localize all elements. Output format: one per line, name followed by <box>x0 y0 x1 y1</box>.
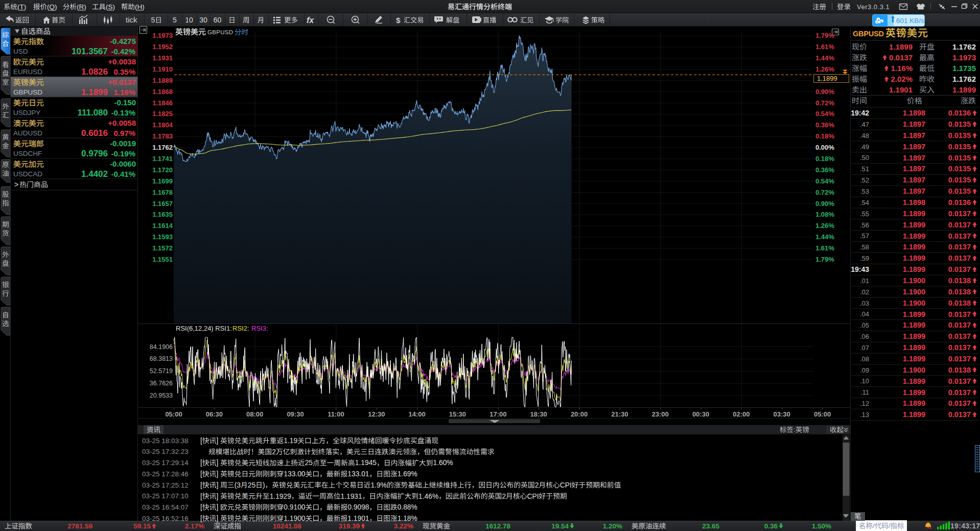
svg-text:0.18%: 0.18% <box>815 155 834 163</box>
svg-text:0.0137: 0.0137 <box>948 254 971 262</box>
svg-text:03-25 18:03:38: 03-25 18:03:38 <box>142 437 189 445</box>
svg-text:1.1899: 1.1899 <box>903 332 925 340</box>
svg-text:.53: .53 <box>860 188 869 195</box>
svg-text:0.0138: 0.0138 <box>948 288 971 296</box>
svg-text:08:00: 08:00 <box>246 410 263 418</box>
svg-text:0.6016: 0.6016 <box>81 128 108 138</box>
svg-text:05:00: 05:00 <box>814 410 831 418</box>
svg-text:5: 5 <box>151 16 155 24</box>
svg-text:5: 5 <box>173 16 177 24</box>
svg-text:fx: fx <box>307 16 314 25</box>
svg-text:1.44%: 1.44% <box>815 233 834 241</box>
svg-text:0.97%: 0.97% <box>113 129 135 137</box>
svg-text:/: / <box>873 522 875 529</box>
svg-text:1.1897: 1.1897 <box>903 120 925 128</box>
svg-text:1.1899: 1.1899 <box>903 210 925 218</box>
svg-text:.02: .02 <box>860 288 869 296</box>
svg-text:12:30: 12:30 <box>368 410 385 418</box>
svg-text:.54: .54 <box>860 199 869 206</box>
svg-text:-0.4275: -0.4275 <box>110 37 136 45</box>
svg-text:319.39: 319.39 <box>339 522 360 530</box>
svg-text:0.9796: 0.9796 <box>81 149 108 158</box>
svg-text:0.72%: 0.72% <box>815 189 834 196</box>
svg-text:[: [ <box>200 515 202 522</box>
svg-text:USD: USD <box>13 48 28 55</box>
svg-text:1.1899: 1.1899 <box>903 310 925 318</box>
svg-text:1.1901: 1.1901 <box>347 515 369 522</box>
svg-text:03-25 16:54:07: 03-25 16:54:07 <box>142 503 189 511</box>
svg-text:1.1899: 1.1899 <box>81 87 108 97</box>
svg-text:1.1899: 1.1899 <box>903 243 925 251</box>
svg-text:1.0826: 1.0826 <box>81 67 108 77</box>
svg-text:(H): (H) <box>135 3 145 11</box>
svg-text:.11: .11 <box>860 388 869 396</box>
svg-text:[: [ <box>200 437 202 445</box>
svg-text:03-25 17:07:10: 03-25 17:07:10 <box>142 492 189 500</box>
svg-text:GBPUSD: GBPUSD <box>13 88 42 96</box>
svg-text:20:00: 20:00 <box>571 410 588 418</box>
svg-text:15:30: 15:30 <box>449 410 466 418</box>
svg-text:0.0135: 0.0135 <box>948 143 971 151</box>
svg-text:1.19: 1.19 <box>284 437 297 445</box>
svg-text:03:30: 03:30 <box>774 410 790 418</box>
svg-text:1.1635: 1.1635 <box>152 211 173 218</box>
svg-text:0.0137: 0.0137 <box>948 410 971 419</box>
svg-text:RSI2:: RSI2: <box>232 325 249 332</box>
svg-text:.57: .57 <box>860 232 869 240</box>
svg-text:03-25 17:28:46: 03-25 17:28:46 <box>142 470 189 478</box>
svg-text:10: 10 <box>185 16 193 24</box>
svg-text:0.00%: 0.00% <box>815 144 834 151</box>
svg-text:1.1899: 1.1899 <box>903 265 925 273</box>
svg-text:0.9098: 0.9098 <box>347 503 369 511</box>
svg-text:2.02%: 2.02% <box>891 75 913 83</box>
svg-text:1.1931: 1.1931 <box>152 54 173 62</box>
svg-text:.09: .09 <box>860 366 869 374</box>
svg-text:.51: .51 <box>860 165 869 173</box>
svg-text:1612.78: 1612.78 <box>485 522 510 530</box>
svg-text:0.0137: 0.0137 <box>948 232 971 240</box>
svg-text:1.1899: 1.1899 <box>889 42 913 51</box>
svg-text:GBPUSD: GBPUSD <box>207 29 233 35</box>
svg-text:1.61%: 1.61% <box>815 43 834 51</box>
svg-text:.12: .12 <box>860 400 869 407</box>
svg-text:1.1868: 1.1868 <box>152 88 173 96</box>
svg-text:1.26%: 1.26% <box>815 65 834 73</box>
svg-text:0.36: 0.36 <box>764 522 778 530</box>
svg-text:0.54%: 0.54% <box>815 177 834 185</box>
svg-text:1.1899: 1.1899 <box>952 85 976 94</box>
svg-text:0.88%: 0.88% <box>398 503 417 511</box>
svg-text:0.90%: 0.90% <box>815 200 834 207</box>
svg-text:.08: .08 <box>860 355 869 363</box>
svg-text:]: ] <box>216 481 218 489</box>
svg-text:.07: .07 <box>860 344 869 352</box>
svg-text:1.16%: 1.16% <box>113 88 135 97</box>
svg-text:0.36%: 0.36% <box>815 121 834 129</box>
svg-text:0.0135: 0.0135 <box>948 131 971 140</box>
svg-text:0.0138: 0.0138 <box>948 299 971 307</box>
svg-text:0.0137: 0.0137 <box>948 388 971 397</box>
svg-text:1.20%: 1.20% <box>603 522 622 530</box>
svg-text:.06: .06 <box>860 333 869 340</box>
svg-text:1.1973: 1.1973 <box>152 32 173 39</box>
svg-text:.03: .03 <box>860 299 869 307</box>
svg-text:1.1900: 1.1900 <box>284 515 306 522</box>
svg-text:1.26%: 1.26% <box>815 222 834 229</box>
svg-text:EURUSD: EURUSD <box>13 68 42 76</box>
svg-text:tick: tick <box>126 15 137 24</box>
svg-text:.49: .49 <box>860 143 869 151</box>
svg-text:133.01: 133.01 <box>347 470 369 478</box>
svg-text:84.1906: 84.1906 <box>150 343 173 351</box>
svg-text:1.1899: 1.1899 <box>903 321 925 329</box>
svg-text:0.0137: 0.0137 <box>948 377 971 385</box>
svg-text:25: 25 <box>248 481 256 489</box>
svg-text:[: [ <box>200 481 202 489</box>
svg-text:1.1899: 1.1899 <box>903 399 925 407</box>
svg-text:[: [ <box>200 503 202 511</box>
svg-text:10241.08: 10241.08 <box>273 522 302 530</box>
svg-text:1.1825: 1.1825 <box>152 110 173 118</box>
svg-text:0.90%: 0.90% <box>815 88 834 96</box>
svg-text:Ver3.0.3.1: Ver3.0.3.1 <box>857 3 890 11</box>
svg-text:101.3567: 101.3567 <box>72 47 108 56</box>
svg-text:.04: .04 <box>860 310 869 318</box>
svg-text:00:30: 00:30 <box>692 410 709 418</box>
